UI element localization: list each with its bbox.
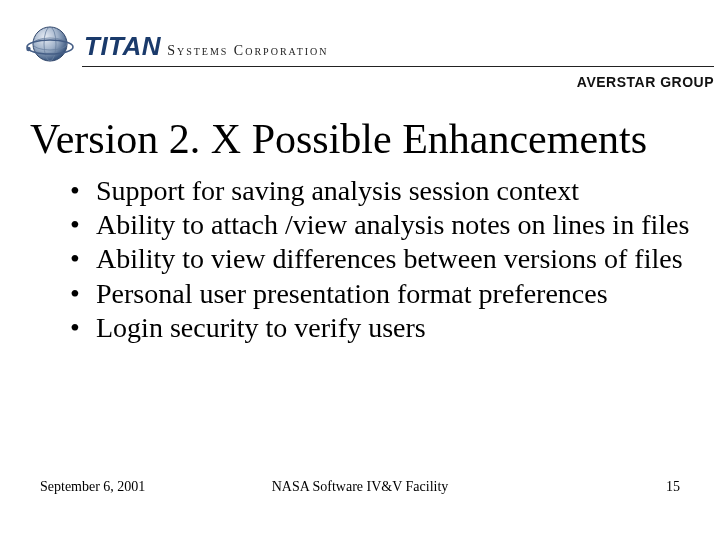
- list-item: Support for saving analysis session cont…: [64, 175, 690, 207]
- list-item: Ability to view differences between vers…: [64, 243, 690, 275]
- slide-header: TITAN Systems Corporation AVERSTAR GROUP: [26, 22, 714, 82]
- svg-point-4: [26, 47, 30, 51]
- company-logo: TITAN Systems Corporation: [26, 22, 329, 70]
- footer-page-number: 15: [666, 479, 680, 495]
- slide: TITAN Systems Corporation AVERSTAR GROUP…: [0, 0, 720, 540]
- bullet-list: Support for saving analysis session cont…: [64, 175, 690, 344]
- globe-icon: [26, 22, 74, 70]
- logo-brand-main: TITAN: [84, 31, 161, 62]
- header-divider: [82, 66, 714, 67]
- list-item: Personal user presentation format prefer…: [64, 278, 690, 310]
- header-group-label: AVERSTAR GROUP: [577, 74, 714, 90]
- slide-title: Version 2. X Possible Enhancements: [30, 115, 690, 163]
- list-item: Ability to attach /view analysis notes o…: [64, 209, 690, 241]
- slide-footer: September 6, 2001 NASA Software IV&V Fac…: [40, 475, 680, 495]
- logo-brand-sub: Systems Corporation: [167, 43, 328, 59]
- logo-text: TITAN Systems Corporation: [84, 31, 329, 62]
- svg-point-0: [33, 27, 67, 61]
- slide-body: Support for saving analysis session cont…: [64, 175, 690, 346]
- footer-center: NASA Software IV&V Facility: [40, 479, 680, 495]
- list-item: Login security to verify users: [64, 312, 690, 344]
